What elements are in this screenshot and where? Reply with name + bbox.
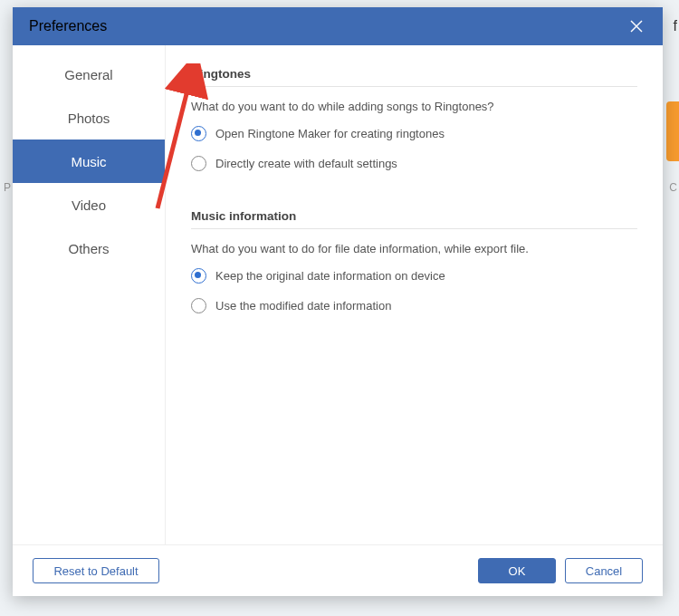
section-desc-ringtones: What do you want to do while adding song… bbox=[191, 100, 637, 113]
background-accent bbox=[666, 101, 679, 161]
close-button[interactable] bbox=[625, 14, 648, 38]
bg-text: P bbox=[4, 181, 11, 194]
dialog-body: General Photos Music Video Others Ringto… bbox=[13, 45, 663, 544]
sidebar-item-label: Music bbox=[71, 154, 106, 169]
bg-text: f bbox=[674, 18, 677, 34]
close-icon bbox=[629, 19, 644, 34]
sidebar-item-music[interactable]: Music bbox=[13, 140, 165, 183]
section-title-music-info: Music information bbox=[191, 209, 637, 229]
radio-label: Use the modified date information bbox=[215, 299, 391, 313]
sidebar: General Photos Music Video Others bbox=[13, 45, 166, 544]
sidebar-item-video[interactable]: Video bbox=[13, 183, 165, 226]
sidebar-item-label: Others bbox=[68, 241, 109, 256]
radio-icon bbox=[191, 126, 206, 141]
dialog-footer: Reset to Default OK Cancel bbox=[13, 544, 663, 596]
radio-directly-create[interactable]: Directly create with default settings bbox=[191, 156, 637, 171]
radio-icon bbox=[191, 298, 206, 313]
radio-open-ringtone-maker[interactable]: Open Ringtone Maker for creating rington… bbox=[191, 126, 637, 141]
radio-label: Keep the original date information on de… bbox=[215, 269, 445, 283]
section-desc-music-info: What do you want to do for file date inf… bbox=[191, 242, 637, 255]
preferences-dialog: Preferences General Photos Music Video O… bbox=[13, 7, 663, 596]
radio-keep-original-date[interactable]: Keep the original date information on de… bbox=[191, 268, 637, 284]
sidebar-item-label: General bbox=[64, 67, 112, 82]
sidebar-item-photos[interactable]: Photos bbox=[13, 96, 165, 140]
sidebar-item-label: Photos bbox=[68, 111, 110, 126]
sidebar-item-label: Video bbox=[72, 197, 106, 213]
bg-text: C bbox=[669, 181, 677, 194]
cancel-button[interactable]: Cancel bbox=[565, 558, 643, 583]
content-pane: Ringtones What do you want to do while a… bbox=[166, 45, 663, 544]
radio-icon bbox=[191, 156, 206, 171]
radio-label: Directly create with default settings bbox=[215, 157, 397, 170]
dialog-title: Preferences bbox=[29, 18, 107, 34]
radio-label: Open Ringtone Maker for creating rington… bbox=[215, 127, 445, 140]
radio-use-modified-date[interactable]: Use the modified date information bbox=[191, 298, 637, 313]
reset-to-default-button[interactable]: Reset to Default bbox=[33, 558, 159, 583]
titlebar: Preferences bbox=[13, 7, 663, 45]
section-title-ringtones: Ringtones bbox=[191, 67, 637, 87]
radio-icon bbox=[191, 268, 206, 284]
sidebar-item-others[interactable]: Others bbox=[13, 226, 165, 270]
ok-button[interactable]: OK bbox=[478, 558, 556, 583]
sidebar-item-general[interactable]: General bbox=[13, 53, 165, 96]
